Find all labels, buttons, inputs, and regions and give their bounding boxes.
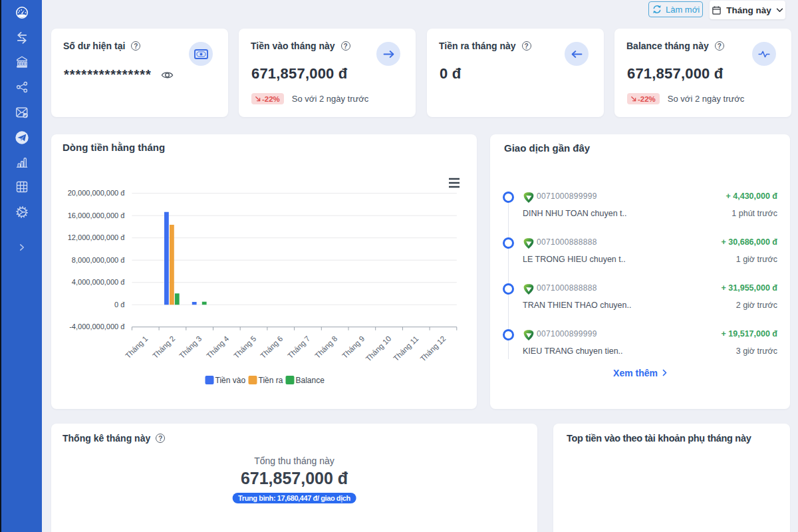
svg-text:Tháng 10: Tháng 10 — [364, 334, 393, 363]
svg-text:Tháng 2: Tháng 2 — [151, 334, 176, 360]
svg-text:12,000,000,000 đ: 12,000,000,000 đ — [68, 233, 126, 241]
svg-text:Tiền vào: Tiền vào — [215, 376, 246, 385]
svg-text:-4,000,000,000 đ: -4,000,000,000 đ — [69, 323, 125, 331]
svg-text:0 đ: 0 đ — [114, 301, 125, 309]
svg-text:Tháng 6: Tháng 6 — [259, 334, 284, 360]
svg-text:4,000,000,000 đ: 4,000,000,000 đ — [72, 278, 125, 286]
svg-text:Tháng 12: Tháng 12 — [419, 334, 448, 363]
svg-text:Tháng 7: Tháng 7 — [286, 334, 311, 360]
svg-text:Tháng 9: Tháng 9 — [340, 334, 366, 360]
svg-text:Tháng 1: Tháng 1 — [124, 334, 149, 360]
svg-text:Tháng 3: Tháng 3 — [178, 334, 203, 360]
svg-text:Tháng 5: Tháng 5 — [232, 334, 257, 360]
svg-text:Balance: Balance — [296, 376, 325, 385]
svg-text:Tháng 4: Tháng 4 — [205, 334, 231, 360]
svg-text:8,000,000,000 đ: 8,000,000,000 đ — [72, 256, 125, 264]
svg-text:Tiền ra: Tiền ra — [259, 376, 283, 385]
svg-text:16,000,000,000 đ: 16,000,000,000 đ — [68, 211, 126, 219]
svg-text:Tháng 8: Tháng 8 — [313, 334, 338, 360]
svg-text:Tháng 11: Tháng 11 — [392, 334, 420, 362]
svg-text:20,000,000,000 đ: 20,000,000,000 đ — [68, 189, 126, 197]
